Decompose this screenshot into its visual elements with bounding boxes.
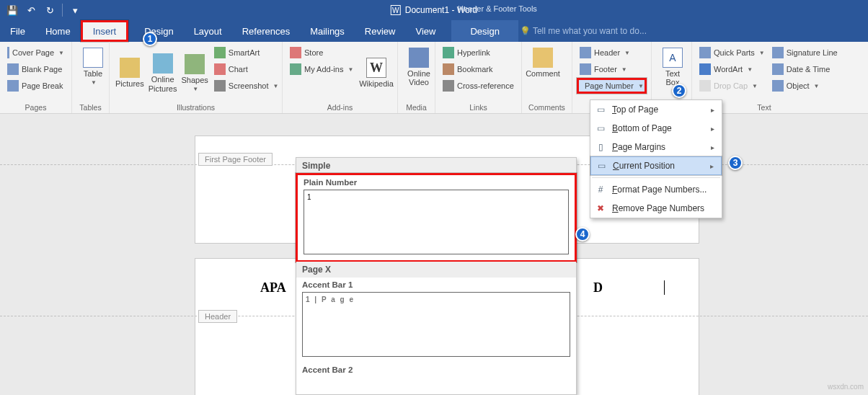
doc-text-apa: APA	[260, 280, 286, 296]
cover-page-icon	[7, 47, 9, 58]
table-button[interactable]: Table ▼	[76, 45, 110, 89]
current-pos-icon: ▭	[595, 160, 607, 172]
gallery-sample-accent1: 1 | P a g e	[306, 296, 355, 303]
tab-layout[interactable]: Layout	[184, 20, 232, 42]
gallery-item-plain-number[interactable]: 1	[304, 190, 569, 254]
quick-parts-button[interactable]: Quick Parts▼	[696, 45, 768, 61]
signature-line-button[interactable]: Signature Line	[769, 45, 841, 61]
menu-top-of-page[interactable]: ▭TTop of Pageop of Page▸	[590, 100, 722, 119]
save-icon[interactable]: 💾	[4, 2, 20, 18]
menu-remove-numbers[interactable]: ✖Remove Page Numbers	[590, 199, 722, 218]
tab-view[interactable]: View	[405, 20, 446, 42]
page-number-gallery[interactable]: Simple Plain Number 1 Page X Accent Bar …	[296, 157, 577, 395]
screenshot-icon	[214, 80, 226, 92]
wikipedia-button[interactable]: WWikipedia	[360, 45, 393, 102]
page-number-button[interactable]: Page Number▼	[577, 78, 647, 94]
group-comments: Comment Comments	[522, 42, 572, 113]
comment-icon	[533, 48, 553, 68]
header-button[interactable]: Header▼	[577, 45, 647, 61]
gallery-accent2-label: Accent Bar 2	[296, 363, 576, 376]
group-label-illustrations: Illustrations	[114, 102, 278, 112]
qat-separator	[62, 4, 63, 17]
menu-separator	[592, 177, 720, 178]
store-icon	[290, 47, 301, 58]
tab-mailings[interactable]: Mailings	[300, 20, 355, 42]
textbox-icon: A	[663, 48, 683, 68]
annotation-1: 1	[143, 32, 157, 46]
gallery-plain-number-label: Plain Number	[298, 175, 575, 188]
tab-file[interactable]: File	[0, 20, 35, 42]
shapes-button[interactable]: Shapes▼	[180, 45, 209, 102]
table-icon	[83, 48, 103, 68]
bottom-page-icon: ▭	[595, 123, 606, 134]
footer-button[interactable]: Footer▼	[577, 61, 647, 77]
gallery-item-accent1[interactable]: 1 | P a g e	[302, 292, 570, 357]
redo-icon[interactable]: ↻	[42, 2, 58, 18]
page-number-menu: ▭TTop of Pageop of Page▸ ▭Bottom of Page…	[590, 99, 722, 218]
drop-cap-button[interactable]: Drop Cap▼	[696, 78, 768, 94]
tab-insert[interactable]: Insert	[81, 20, 129, 42]
crossref-icon	[443, 80, 454, 92]
cross-reference-button[interactable]: Cross-reference	[440, 78, 517, 94]
comment-button[interactable]: Comment	[526, 45, 559, 81]
group-label-links: Links	[440, 102, 517, 112]
dropcap-icon	[699, 80, 711, 92]
group-label-comments: Comments	[526, 102, 567, 112]
doc-text-d: D	[593, 280, 603, 296]
hyperlink-icon	[443, 47, 454, 58]
bookmark-button[interactable]: Bookmark	[440, 61, 517, 77]
group-pages: Cover Page▼ Blank Page Page Break Pages	[0, 42, 72, 113]
word-icon: W	[391, 5, 401, 15]
tab-references[interactable]: References	[232, 20, 300, 42]
blank-page-button[interactable]: Blank Page	[4, 61, 67, 77]
tab-hf-design[interactable]: Design	[451, 20, 518, 42]
header-icon	[580, 47, 591, 58]
screenshot-button[interactable]: Screenshot▼	[211, 78, 282, 94]
annotation-3: 3	[728, 156, 743, 170]
object-icon	[772, 80, 784, 92]
tab-home[interactable]: Home	[35, 20, 81, 42]
gallery-header-pagex: Page X	[296, 262, 576, 278]
addins-icon	[290, 63, 301, 75]
online-pictures-button[interactable]: Online Pictures	[147, 45, 179, 102]
group-illustrations: Pictures Online Pictures Shapes▼ SmartAr…	[110, 42, 283, 113]
pictures-button[interactable]: Pictures	[114, 45, 146, 102]
page-break-button[interactable]: Page Break	[4, 78, 67, 94]
tell-me-input[interactable]: Tell me what you want to do...	[518, 20, 868, 42]
cover-page-button[interactable]: Cover Page▼	[4, 45, 67, 61]
object-button[interactable]: Object▼	[769, 78, 841, 94]
tab-review[interactable]: Review	[355, 20, 406, 42]
menu-current-position[interactable]: ▭Current Position▸	[590, 156, 722, 175]
shapes-icon	[185, 54, 205, 74]
format-icon: #	[595, 184, 606, 195]
ribbon-tabs: File Home Insert Design Layout Reference…	[0, 20, 868, 42]
group-tables: Table ▼ Tables	[72, 42, 110, 113]
group-media: Online Video Media	[398, 42, 435, 113]
menu-page-margins[interactable]: ▯Page Margins▸	[590, 138, 722, 156]
menu-bottom-of-page[interactable]: ▭Bottom of Page▸	[590, 119, 722, 138]
chart-icon	[214, 63, 226, 75]
online-video-button[interactable]: Online Video	[402, 45, 435, 89]
qat-customize-icon[interactable]: ▾	[67, 2, 83, 18]
video-icon	[409, 48, 429, 68]
margins-icon: ▯	[595, 141, 606, 153]
gallery-sample-1: 1	[307, 193, 311, 201]
my-addins-button[interactable]: My Add-ins▼	[287, 61, 358, 77]
chart-button[interactable]: Chart	[211, 61, 282, 77]
menu-format-numbers[interactable]: #Format Page Numbers...	[590, 180, 722, 199]
pictures-icon	[120, 58, 140, 78]
smartart-button[interactable]: SmartArt	[211, 45, 282, 61]
datetime-icon	[772, 63, 784, 75]
group-label-addins: Add-ins	[287, 102, 393, 112]
watermark: wsxdn.com	[828, 383, 864, 391]
store-button[interactable]: Store	[287, 45, 358, 61]
undo-icon[interactable]: ↶	[23, 2, 39, 18]
date-time-button[interactable]: Date & Time	[769, 61, 841, 77]
bookmark-icon	[443, 63, 454, 75]
wordart-button[interactable]: WordArt▼	[696, 61, 768, 77]
top-page-icon: ▭	[595, 104, 606, 115]
gallery-header-simple: Simple	[296, 158, 576, 174]
header-tag: Header	[198, 310, 237, 323]
hyperlink-button[interactable]: Hyperlink	[440, 45, 517, 61]
quick-access-toolbar: 💾 ↶ ↻ ▾	[0, 2, 87, 18]
